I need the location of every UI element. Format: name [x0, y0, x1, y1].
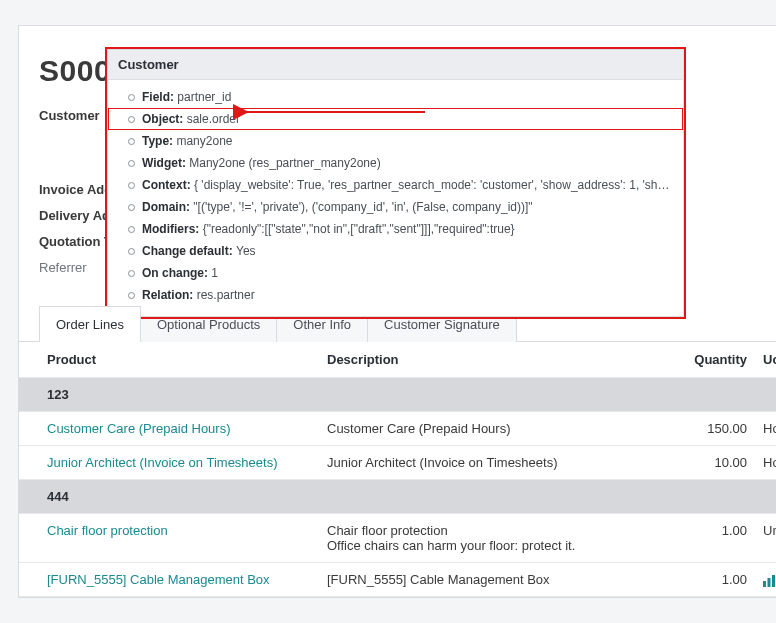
developer-tooltip: Customer Field: partner_idObject: sale.o… — [105, 47, 686, 319]
cell-uom: Hou — [755, 446, 776, 480]
cell-description: Customer Care (Prepaid Hours) — [319, 412, 665, 446]
svg-rect-1 — [768, 578, 771, 587]
table-row[interactable]: Customer Care (Prepaid Hours)Customer Ca… — [19, 412, 776, 446]
cell-description: Junior Architect (Invoice on Timesheets) — [319, 446, 665, 480]
cell-uom: Unit — [755, 563, 776, 597]
tooltip-item: Change default: Yes — [108, 240, 683, 262]
cell-quantity: 1.00 — [665, 563, 755, 597]
cell-uom: Hou — [755, 412, 776, 446]
cell-description: [FURN_5555] Cable Management Box — [319, 563, 665, 597]
cell-uom: Unit — [755, 514, 776, 563]
chart-icon[interactable] — [763, 575, 775, 587]
product-link[interactable]: Chair floor protection — [47, 523, 168, 538]
cell-quantity: 10.00 — [665, 446, 755, 480]
col-description[interactable]: Description — [319, 342, 665, 378]
tooltip-item: Object: sale.order — [108, 108, 683, 130]
tooltip-body: Field: partner_idObject: sale.orderType:… — [107, 80, 684, 317]
col-quantity[interactable]: Quantity — [665, 342, 755, 378]
section-row[interactable]: 444 — [19, 480, 776, 514]
tooltip-item: Domain: "[('type', '!=', 'private'), ('c… — [108, 196, 683, 218]
tooltip-item: Relation: res.partner — [108, 284, 683, 306]
product-link[interactable]: Junior Architect (Invoice on Timesheets) — [47, 455, 278, 470]
table-row[interactable]: [FURN_5555] Cable Management Box[FURN_55… — [19, 563, 776, 597]
cell-quantity: 1.00 — [665, 514, 755, 563]
tooltip-title: Customer — [107, 49, 684, 80]
section-row[interactable]: 123 — [19, 378, 776, 412]
col-uom[interactable]: UoM — [755, 342, 776, 378]
tooltip-item: Widget: Many2one (res_partner_many2one) — [108, 152, 683, 174]
cell-description: Chair floor protectionOffice chairs can … — [319, 514, 665, 563]
tooltip-item: Context: { 'display_website': True, 'res… — [108, 174, 683, 196]
order-lines-table: Product Description Quantity UoM 123Cust… — [19, 342, 776, 597]
tooltip-item: Field: partner_id — [108, 86, 683, 108]
tab-order-lines[interactable]: Order Lines — [39, 306, 141, 342]
tooltip-item: On change: 1 — [108, 262, 683, 284]
product-link[interactable]: Customer Care (Prepaid Hours) — [47, 421, 231, 436]
cell-quantity: 150.00 — [665, 412, 755, 446]
svg-rect-0 — [763, 581, 766, 587]
product-link[interactable]: [FURN_5555] Cable Management Box — [47, 572, 270, 587]
col-product[interactable]: Product — [19, 342, 319, 378]
svg-rect-2 — [772, 575, 775, 587]
tooltip-item: Modifiers: {"readonly":[["state","not in… — [108, 218, 683, 240]
table-row[interactable]: Chair floor protectionChair floor protec… — [19, 514, 776, 563]
table-row[interactable]: Junior Architect (Invoice on Timesheets)… — [19, 446, 776, 480]
tooltip-item: Type: many2one — [108, 130, 683, 152]
